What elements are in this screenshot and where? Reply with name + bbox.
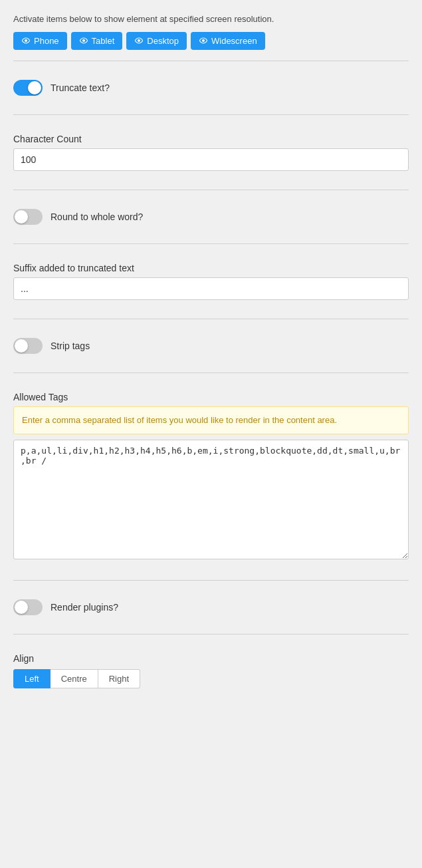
divider-5 [13, 319, 409, 319]
divider-6 [13, 372, 409, 373]
align-label: Align [13, 653, 409, 664]
strip-tags-label: Strip tags [51, 341, 90, 351]
eye-icon-desktop [134, 36, 144, 46]
svg-point-3 [202, 39, 205, 42]
render-plugins-row: Render plugins? [13, 591, 409, 623]
strip-tags-toggle[interactable] [13, 338, 43, 354]
divider-3 [13, 190, 409, 190]
svg-point-0 [25, 39, 27, 42]
divider-7 [13, 580, 409, 581]
truncate-text-toggle[interactable] [13, 80, 43, 96]
widescreen-button-label: Widescreen [211, 36, 257, 46]
widescreen-button[interactable]: Widescreen [191, 32, 265, 50]
character-count-label: Character Count [13, 134, 409, 144]
render-plugins-toggle[interactable] [13, 599, 43, 615]
page-container: Activate items below to show element at … [0, 0, 422, 868]
phone-button-label: Phone [34, 36, 59, 46]
suffix-input[interactable] [13, 277, 409, 300]
align-buttons: Left Centre Right [13, 669, 409, 688]
visibility-section: Activate items below to show element at … [13, 13, 409, 50]
character-count-input[interactable] [13, 148, 409, 171]
eye-icon [21, 36, 31, 46]
tablet-button-label: Tablet [92, 36, 115, 46]
visibility-label: Activate items below to show element at … [13, 13, 409, 25]
divider-4 [13, 243, 409, 244]
round-to-whole-word-row: Round to whole word? [13, 201, 409, 233]
strip-tags-row: Strip tags [13, 330, 409, 362]
truncate-text-label: Truncate text? [51, 82, 110, 93]
tablet-button[interactable]: Tablet [71, 32, 123, 50]
svg-point-1 [82, 39, 85, 42]
render-plugins-label: Render plugins? [51, 602, 118, 613]
align-right-button[interactable]: Right [98, 669, 140, 688]
svg-point-2 [138, 39, 140, 42]
eye-icon-widescreen [199, 36, 208, 46]
divider-2 [13, 114, 409, 115]
align-left-button[interactable]: Left [13, 669, 51, 688]
truncate-text-row: Truncate text? [13, 72, 409, 104]
phone-button[interactable]: Phone [13, 32, 67, 50]
allowed-tags-label: Allowed Tags [13, 392, 409, 402]
allowed-tags-textarea[interactable]: p,a,ul,li,div,h1,h2,h3,h4,h5,h6,b,em,i,s… [13, 440, 409, 559]
eye-icon-tablet [79, 36, 88, 46]
visibility-buttons: Phone Tablet Desktop [13, 32, 409, 50]
round-to-whole-word-label: Round to whole word? [51, 212, 143, 222]
divider-8 [13, 634, 409, 635]
allowed-tags-info: Enter a comma separated list of items yo… [13, 406, 409, 434]
desktop-button-label: Desktop [147, 36, 179, 46]
align-section: Align Left Centre Right [13, 645, 409, 696]
character-count-section: Character Count [13, 126, 409, 179]
align-centre-button[interactable]: Centre [51, 669, 98, 688]
allowed-tags-section: Allowed Tags Enter a comma separated lis… [13, 384, 409, 569]
round-to-whole-word-toggle[interactable] [13, 209, 43, 225]
desktop-button[interactable]: Desktop [126, 32, 187, 50]
divider-1 [13, 61, 409, 61]
suffix-label: Suffix added to truncated text [13, 263, 409, 273]
suffix-section: Suffix added to truncated text [13, 255, 409, 308]
